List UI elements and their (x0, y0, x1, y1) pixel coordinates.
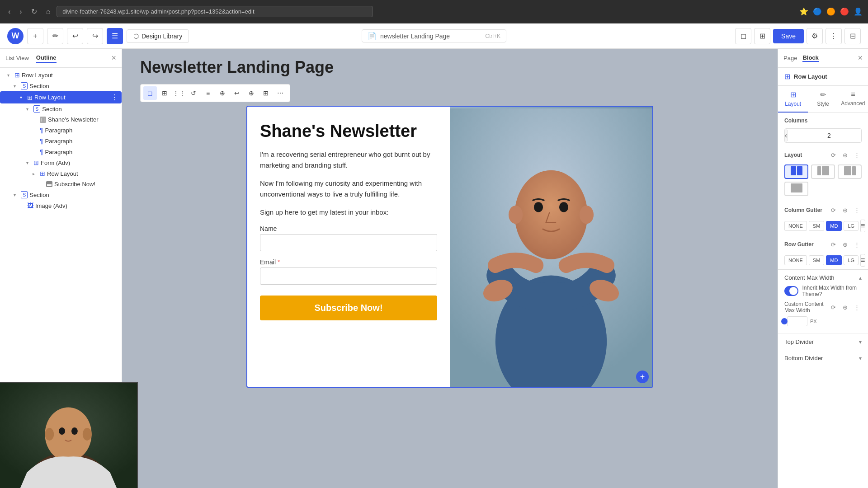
email-input[interactable] (260, 267, 437, 285)
profile-icon[interactable]: 👤 (854, 7, 863, 16)
tree-row-layout-2[interactable]: ▾ ⊞ Row Layout ⋮ (0, 91, 122, 103)
block-move-icon[interactable]: ⋮⋮ (172, 86, 186, 100)
col-gutter-custom-btn[interactable]: ≡ (860, 220, 865, 232)
row-gutter-md-btn[interactable]: MD (826, 255, 842, 265)
tab-style[interactable]: ✏ Style (808, 86, 838, 113)
slider-thumb[interactable] (781, 318, 788, 324)
page-tab[interactable]: Page (783, 55, 797, 61)
tree-shanes-newsletter[interactable]: H Shane's Newsletter (0, 114, 122, 125)
inherit-toggle[interactable] (784, 286, 798, 296)
address-bar[interactable]: divine-feather-76243.wp1.site/wp-admin/p… (57, 6, 373, 17)
desktop-view-btn[interactable]: ◻ (735, 28, 751, 44)
search-bar[interactable]: 📄 newsletter Landing Page Ctrl+K (362, 29, 506, 42)
custom-width-copy-btn[interactable]: ⊕ (840, 302, 850, 312)
tab-list-view[interactable]: List View (5, 54, 29, 62)
column-gutter-reset-btn[interactable]: ⟳ (828, 205, 838, 215)
tree-paragraph-1[interactable]: ¶ Paragraph (0, 125, 122, 136)
tree-form-adv[interactable]: ▾ ⊞ Form (Adv) (0, 157, 122, 168)
newsletter-para3: Sign up here to get my latest in your in… (260, 207, 437, 218)
block-insert-btn[interactable]: ⊕ (216, 86, 229, 100)
column-gutter-copy-btn[interactable]: ⊕ (840, 205, 850, 215)
row-gutter-none-btn[interactable]: NONE (784, 255, 807, 265)
reload-btn[interactable]: ↻ (28, 5, 40, 18)
tree-section-1[interactable]: ▾ S Section (0, 80, 122, 91)
right-panel: Page Block × ⊞ Row Layout ⊞ Layout ✏ Sty… (778, 49, 868, 488)
layout-reset-btn[interactable]: ⟳ (828, 150, 838, 160)
row-gutter-more-btn[interactable]: ⋮ (852, 239, 862, 249)
tree-subscribe-now[interactable]: ▬ Subscribe Now! (0, 179, 122, 189)
tree-image-adv[interactable]: 🖼 Image (Adv) (0, 200, 122, 211)
ext-icon-3[interactable]: 🟠 (826, 7, 835, 16)
ext-icon-2[interactable]: 🔵 (813, 7, 822, 16)
row-gutter-sm-btn[interactable]: SM (809, 255, 825, 265)
col-gutter-lg-btn[interactable]: LG (844, 221, 859, 231)
external-link-btn[interactable]: ⊞ (754, 28, 770, 44)
tree-paragraph-2[interactable]: ¶ Paragraph (0, 136, 122, 146)
block-add-btn[interactable]: ⊕ (245, 86, 258, 100)
ext-icon-4[interactable]: 🔴 (840, 7, 849, 16)
add-block-toolbar-btn[interactable]: + (27, 28, 43, 44)
columns-stepper-row: ‹ › (778, 126, 868, 145)
block-more-btn[interactable]: ⋯ (274, 86, 287, 100)
block-wrap-btn[interactable]: ↩ (230, 86, 244, 100)
block-grid-btn[interactable]: ⊞ (259, 86, 273, 100)
custom-width-reset-btn[interactable]: ⟳ (828, 302, 838, 312)
undo-btn[interactable]: ↩ (67, 28, 83, 44)
more-options-icon[interactable]: ⋮ (111, 93, 118, 102)
forward-btn[interactable]: › (17, 6, 24, 18)
tab-layout[interactable]: ⊞ Layout (778, 86, 808, 113)
tab-advanced[interactable]: ≡ Advanced (838, 86, 868, 113)
col-gutter-none-btn[interactable]: NONE (784, 221, 807, 231)
layout-full[interactable] (784, 182, 808, 196)
layout-two-third-third[interactable] (838, 164, 862, 179)
block-align-btn[interactable]: ≡ (201, 86, 215, 100)
column-gutter-more-btn[interactable]: ⋮ (852, 205, 862, 215)
layout-half-half[interactable] (784, 164, 808, 179)
side-panel-btn[interactable]: ⊟ (844, 28, 861, 44)
block-type-btn[interactable]: ◻ (143, 86, 157, 100)
col-gutter-md-btn[interactable]: MD (826, 221, 842, 231)
tree-row-layout-1[interactable]: ▾ ⊞ Row Layout (0, 70, 122, 80)
row-gutter-custom-btn[interactable]: ≡ (860, 254, 865, 267)
tab-outline[interactable]: Outline (36, 53, 57, 63)
block-tab[interactable]: Block (802, 54, 818, 62)
block-transform-btn[interactable]: ↺ (187, 86, 200, 100)
ext-icon-1[interactable]: ⭐ (799, 7, 808, 16)
top-divider-section[interactable]: Top Divider ▾ (778, 333, 868, 350)
right-panel-close-btn[interactable]: × (858, 53, 863, 63)
row-gutter-reset-btn[interactable]: ⟳ (828, 239, 838, 249)
save-button[interactable]: Save (773, 29, 804, 43)
design-library-btn[interactable]: ⬡ Design Library (127, 29, 189, 43)
row-gutter-copy-btn[interactable]: ⊕ (840, 239, 850, 249)
panel-close-btn[interactable]: × (111, 53, 116, 63)
top-divider-label: Top Divider (784, 338, 814, 345)
max-width-input[interactable] (787, 316, 807, 326)
settings-btn[interactable]: ⚙ (807, 28, 823, 44)
paragraph-icon-3: ¶ (40, 148, 43, 155)
wp-logo[interactable]: W (7, 28, 24, 44)
bottom-divider-section[interactable]: Bottom Divider ▾ (778, 350, 868, 366)
name-input[interactable] (260, 234, 437, 251)
list-view-btn[interactable]: ☰ (107, 28, 123, 44)
more-options-btn[interactable]: ⋮ (826, 28, 842, 44)
add-block-btn[interactable]: + (636, 371, 649, 383)
edit-mode-btn[interactable]: ✏ (47, 28, 63, 44)
block-layout-icon[interactable]: ⊞ (158, 86, 171, 100)
content-max-width-header[interactable]: Content Max Width ▴ (784, 274, 862, 281)
layout-more-btn[interactable]: ⋮ (852, 150, 862, 160)
subscribe-button[interactable]: Subscribe Now! (260, 296, 437, 320)
tree-section-2[interactable]: ▾ S Section (0, 103, 122, 114)
back-btn[interactable]: ‹ (5, 6, 13, 18)
redo-btn[interactable]: ↪ (87, 28, 103, 44)
layout-bar (791, 166, 796, 175)
layout-copy-btn[interactable]: ⊕ (840, 150, 850, 160)
tree-section-3[interactable]: ▾ S Section (0, 189, 122, 200)
columns-value-input[interactable] (787, 130, 862, 141)
custom-width-more-btn[interactable]: ⋮ (852, 302, 862, 312)
row-gutter-lg-btn[interactable]: LG (844, 255, 859, 265)
tree-paragraph-3[interactable]: ¶ Paragraph (0, 146, 122, 157)
col-gutter-sm-btn[interactable]: SM (809, 221, 825, 231)
home-btn[interactable]: ⌂ (43, 6, 53, 18)
layout-third-two-third[interactable] (811, 164, 835, 179)
tree-row-layout-3[interactable]: ▸ ⊞ Row Layout (0, 168, 122, 179)
